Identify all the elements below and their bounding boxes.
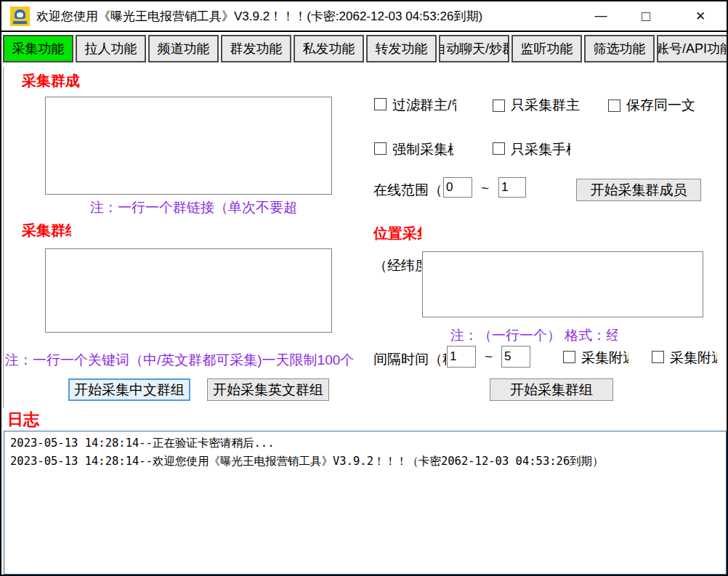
collect-nearby-checkbox-1[interactable]: 采集附近 [563,349,628,365]
collect-members-heading: 采集群成 [22,71,81,89]
tab-private-send[interactable]: 私发功能 [294,35,364,62]
location-note: 注：（一行一个） 格式：经 [450,326,618,344]
log-line: 2023-05-13 14:28:14--欢迎您使用《曝光王电报营销工具》V3.… [10,453,720,471]
tab-auto-chat[interactable]: 自动聊天/炒群 [439,35,509,62]
tab-account-api[interactable]: 账号/API功能 [657,35,728,62]
save-same-file-checkbox[interactable]: 保存同一文 [608,96,695,115]
checkbox-label: 采集附近 [581,349,628,365]
online-min-input[interactable] [443,177,472,198]
minimize-button[interactable]: — [589,4,613,28]
keywords-note: 注：一行一个关键词（中/英文群都可采集)一天限制100个 [5,351,354,370]
group-links-note: 注：一行一个群链接（单次不要超 [90,198,333,216]
app-window: 欢迎您使用《曝光王电报营销工具》V3.9.2！！！(卡密:2062-12-03 … [0,0,728,576]
checkbox-label: 采集附近 [670,349,717,365]
tab-collect[interactable]: 采集功能 [3,35,73,62]
start-collect-en-groups-button[interactable]: 开始采集英文群组 [207,378,329,401]
collect-nearby-checkbox-2[interactable]: 采集附近 [652,349,717,365]
window-title: 欢迎您使用《曝光王电报营销工具》V3.9.2！！！(卡密:2062-12-03 … [36,8,482,25]
online-max-input[interactable] [498,177,526,198]
only-owner-checkbox[interactable]: 只采集群主 [493,96,580,115]
checkbox-box [374,98,387,110]
maximize-button[interactable]: □ [634,4,658,28]
interval-max-input[interactable] [501,346,530,368]
checkbox-box [493,100,505,112]
online-range-label: 在线范围（ [373,181,442,198]
tab-group-send[interactable]: 群发功能 [221,35,291,62]
force-collect-checkbox[interactable]: 强制采集机 [374,140,453,157]
interval-tilde: ~ [485,349,493,365]
latlng-label: （经纬度 [373,256,421,273]
checkbox-label: 只采集手机 [511,140,570,157]
checkbox-label: 过滤群主/管 [392,96,456,113]
tab-filter[interactable]: 筛选功能 [584,35,655,62]
latlng-textarea[interactable] [422,251,703,317]
interval-min-input[interactable] [447,346,476,368]
title-bar: 欢迎您使用《曝光王电报营销工具》V3.9.2！！！(卡密:2062-12-03 … [1,1,727,32]
groupbox-left-border [3,67,4,408]
interval-label: 间隔时间（秒 [373,350,446,367]
tab-channel[interactable]: 频道功能 [148,35,219,62]
location-collect-heading: 位置采集 [373,224,421,241]
group-links-textarea[interactable] [45,97,332,195]
tab-forward[interactable]: 转发功能 [366,35,437,62]
checkbox-label: 强制采集机 [392,140,453,157]
tab-monitor[interactable]: 监听功能 [511,35,582,62]
close-button[interactable]: ✕ [688,4,713,28]
log-heading: 日志 [7,409,39,431]
start-collect-members-button[interactable]: 开始采集群成员 [576,179,701,201]
checkbox-box [493,142,505,155]
log-line: 2023-05-13 14:28:14--正在验证卡密请稍后... [10,434,720,453]
checkbox-label: 只采集群主 [511,96,580,115]
tab-invite[interactable]: 拉人功能 [76,35,146,62]
start-collect-cn-groups-button[interactable]: 开始采集中文群组 [68,378,190,401]
filter-owner-checkbox[interactable]: 过滤群主/管 [374,96,456,113]
tab-bar: 采集功能 拉人功能 频道功能 群发功能 私发功能 转发功能 自动聊天/炒群 监听… [3,35,728,62]
checkbox-box [563,351,575,363]
checkbox-box [608,100,620,112]
only-phone-checkbox[interactable]: 只采集手机 [493,140,570,157]
online-range-tilde: ~ [481,180,489,196]
log-output[interactable]: 2023-05-13 14:28:14--正在验证卡密请稍后... 2023-0… [4,431,727,575]
checkbox-box [652,351,664,363]
checkbox-box [374,142,387,155]
start-collect-groups-button[interactable]: 开始采集群组 [490,378,613,401]
checkbox-label: 保存同一文 [626,96,695,115]
collect-groups-heading: 采集群组 [22,221,71,238]
app-icon [10,7,30,26]
keywords-textarea[interactable] [45,248,332,333]
